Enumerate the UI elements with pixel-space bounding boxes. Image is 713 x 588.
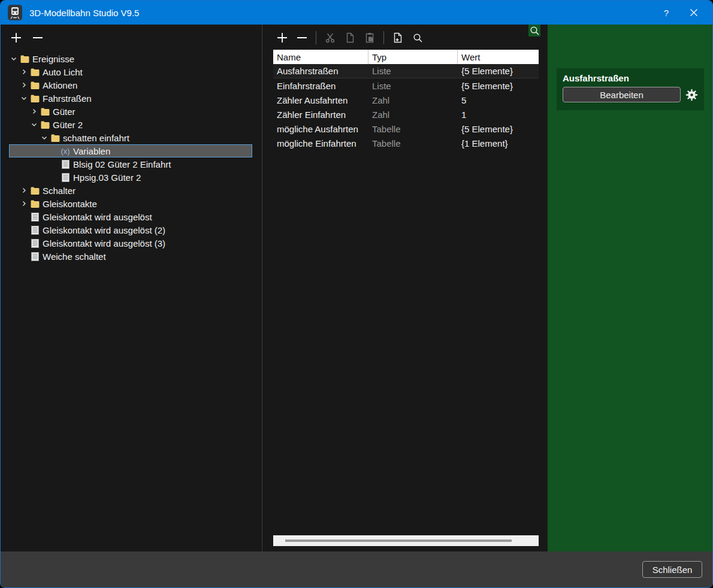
document-icon bbox=[59, 160, 71, 169]
table-row-zähler-ausfahrten[interactable]: Zähler AusfahrtenZahl5 bbox=[273, 93, 539, 107]
chevron-right-icon[interactable] bbox=[19, 81, 29, 89]
edit-button[interactable]: Bearbeiten bbox=[563, 87, 681, 102]
tree-item-label: Gleiskontakte bbox=[43, 199, 97, 209]
folder-icon bbox=[39, 108, 51, 116]
column-header-typ[interactable]: Typ bbox=[368, 50, 457, 64]
table-header: Name Typ Wert bbox=[273, 50, 539, 64]
tree-item-label: Gleiskontakt wird ausgelöst (3) bbox=[43, 238, 165, 248]
tree-item-blsig-02-güter-2-einfahrt[interactable]: Blsig 02 Güter 2 Einfahrt bbox=[1, 157, 262, 171]
tree-item-aktionen[interactable]: Aktionen bbox=[1, 78, 262, 92]
help-button[interactable]: ? bbox=[652, 1, 680, 25]
tree-item-label: Hpsig.03 Güter 2 bbox=[73, 172, 141, 183]
tree-item-hpsig-03-güter-2[interactable]: Hpsig.03 Güter 2 bbox=[1, 171, 262, 184]
table-row-einfahrstraßen[interactable]: EinfahrstraßenListe{5 Elemente} bbox=[273, 78, 539, 93]
add-button[interactable] bbox=[276, 32, 288, 44]
chevron-down-icon[interactable] bbox=[8, 55, 19, 62]
tree-item-gleiskontakt-wird-ausgelöst-2[interactable]: Gleiskontakt wird ausgelöst (2) bbox=[1, 223, 262, 237]
tree-item-label: Gleiskontakt wird ausgelöst (2) bbox=[43, 225, 165, 235]
document-icon bbox=[29, 213, 41, 222]
column-header-name[interactable]: Name bbox=[273, 50, 368, 64]
cell-wert: {5 Elemente} bbox=[457, 81, 539, 91]
cell-name: Einfahrstraßen bbox=[273, 81, 368, 91]
new-document-button[interactable] bbox=[392, 32, 404, 44]
app-train-icon bbox=[8, 5, 22, 20]
search-icon[interactable] bbox=[412, 32, 424, 44]
tree-item-güter[interactable]: Güter bbox=[1, 105, 262, 118]
chevron-right-icon[interactable] bbox=[29, 108, 39, 115]
chevron-right-icon[interactable] bbox=[19, 187, 29, 194]
tree-item-label: Weiche schaltet bbox=[43, 251, 106, 262]
detail-title: Ausfahrstraßen bbox=[563, 73, 698, 84]
detail-panel: Ausfahrstraßen Bearbeiten bbox=[548, 25, 712, 551]
close-dialog-button[interactable]: Schließen bbox=[642, 561, 702, 578]
table-row-mögliche-ausfahrten[interactable]: mögliche AusfahrtenTabelle{5 Elemente} bbox=[273, 122, 539, 136]
table-row-ausfahrstraßen[interactable]: AusfahrstraßenListe{5 Elemente} bbox=[273, 64, 539, 78]
gear-icon[interactable] bbox=[685, 88, 698, 101]
cell-name: Zähler Ausfahrten bbox=[273, 95, 368, 105]
chevron-down-icon[interactable] bbox=[19, 95, 29, 102]
cell-typ: Tabelle bbox=[368, 124, 457, 134]
toolbar-separator bbox=[383, 31, 384, 44]
tree-item-gleiskontakt-wird-ausgelöst[interactable]: Gleiskontakt wird ausgelöst bbox=[1, 210, 262, 223]
cell-name: mögliche Einfahrten bbox=[273, 138, 368, 148]
detail-actions: Bearbeiten bbox=[563, 87, 698, 102]
paste-button bbox=[364, 32, 376, 44]
document-icon bbox=[59, 173, 71, 182]
tree-item-gleiskontakt-wird-ausgelöst-3[interactable]: Gleiskontakt wird ausgelöst (3) bbox=[1, 237, 262, 250]
tree-item-weiche-schaltet[interactable]: Weiche schaltet bbox=[1, 250, 262, 263]
horizontal-scrollbar[interactable] bbox=[273, 535, 539, 546]
tree-item-label: Gleiskontakt wird ausgelöst bbox=[43, 212, 152, 222]
close-window-button[interactable] bbox=[680, 1, 708, 25]
cell-wert: {5 Elemente} bbox=[457, 124, 539, 134]
document-icon bbox=[29, 252, 41, 261]
variables-table: Name Typ Wert AusfahrstraßenListe{5 Elem… bbox=[273, 50, 539, 150]
cell-wert: {5 Elemente} bbox=[457, 66, 539, 76]
tree: EreignisseAuto LichtAktionenFahrstraßenG… bbox=[1, 51, 262, 263]
column-header-wert[interactable]: Wert bbox=[457, 50, 539, 64]
remove-button[interactable] bbox=[32, 32, 44, 44]
tree-item-gleiskontakte[interactable]: Gleiskontakte bbox=[1, 197, 262, 210]
cell-typ: Zahl bbox=[368, 110, 457, 120]
tree-item-ereignisse[interactable]: Ereignisse bbox=[1, 52, 262, 65]
tree-item-güter-2[interactable]: Güter 2 bbox=[1, 118, 262, 131]
variables-panel: Name Typ Wert AusfahrstraßenListe{5 Elem… bbox=[263, 25, 548, 551]
cell-wert: 5 bbox=[457, 95, 539, 105]
cut-button bbox=[324, 32, 336, 44]
tree-item-fahrstraßen[interactable]: Fahrstraßen bbox=[1, 92, 262, 105]
variables-icon: (x) bbox=[59, 147, 71, 156]
bottom-bar: Schließen bbox=[1, 551, 712, 587]
tree-item-label: Variablen bbox=[73, 146, 110, 156]
tree-item-label: schatten einfahrt bbox=[63, 133, 129, 143]
tree-item-auto-licht[interactable]: Auto Licht bbox=[1, 65, 262, 78]
tree-item-label: Schalter bbox=[43, 186, 75, 196]
tree-item-schalter[interactable]: Schalter bbox=[1, 184, 262, 197]
table-row-zähler-einfahrten[interactable]: Zähler EinfahrtenZahl1 bbox=[273, 107, 539, 122]
remove-button[interactable] bbox=[296, 32, 308, 44]
variables-toolbar bbox=[263, 25, 548, 51]
cell-typ: Liste bbox=[368, 66, 457, 76]
table-row-mögliche-einfahrten[interactable]: mögliche EinfahrtenTabelle{1 Element} bbox=[273, 136, 539, 150]
tree-item-label: Fahrstraßen bbox=[43, 93, 92, 104]
app-window: 3D-Modellbahn Studio V9.5 ? EreignisseAu… bbox=[0, 0, 713, 588]
tree-item-schatten-einfahrt[interactable]: schatten einfahrt bbox=[1, 131, 262, 144]
add-button[interactable] bbox=[10, 32, 22, 44]
chevron-down-icon[interactable] bbox=[39, 134, 49, 141]
chevron-down-icon[interactable] bbox=[29, 121, 39, 128]
cell-wert: 1 bbox=[457, 110, 539, 120]
tree-toolbar bbox=[1, 25, 262, 51]
tree-item-label: Güter bbox=[53, 107, 75, 117]
scrollbar-thumb[interactable] bbox=[285, 539, 512, 542]
folder-icon bbox=[39, 121, 51, 129]
document-icon bbox=[29, 226, 41, 235]
folder-icon bbox=[19, 55, 31, 63]
cell-name: mögliche Ausfahrten bbox=[273, 124, 368, 134]
folder-icon bbox=[29, 95, 41, 102]
chevron-right-icon[interactable] bbox=[19, 200, 29, 207]
toolbar-separator bbox=[316, 31, 316, 44]
folder-icon bbox=[29, 187, 41, 195]
titlebar: 3D-Modellbahn Studio V9.5 ? bbox=[1, 1, 712, 25]
tree-item-label: Auto Licht bbox=[43, 67, 83, 77]
tree-item-label: Ereignisse bbox=[32, 54, 74, 64]
chevron-right-icon[interactable] bbox=[19, 68, 29, 75]
tree-item-variablen[interactable]: (x)Variablen bbox=[9, 144, 252, 157]
